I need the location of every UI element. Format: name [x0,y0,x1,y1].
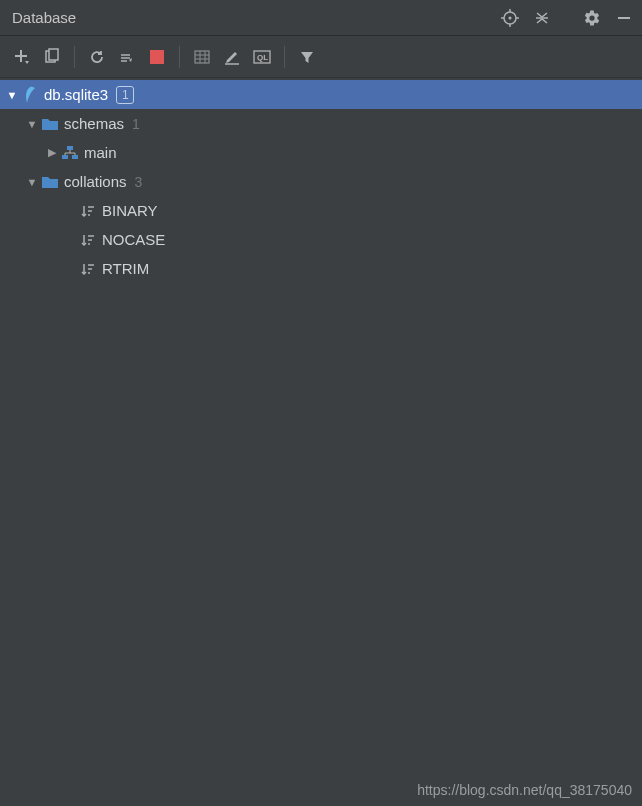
tree-node-schema-main[interactable]: main [0,138,642,167]
sqlite-icon [20,86,40,104]
sync-icon[interactable] [113,43,141,71]
chevron-down-icon[interactable] [4,89,20,101]
watermark: https://blog.csdn.net/qq_38175040 [417,782,632,798]
settings-icon[interactable] [580,6,604,30]
toolbar-separator [179,46,180,68]
chevron-down-icon[interactable] [24,118,40,130]
node-label: collations [64,173,127,190]
panel-title: Database [12,9,76,26]
node-label: main [84,144,117,161]
sort-icon [78,260,98,278]
duplicate-icon[interactable] [38,43,66,71]
svg-rect-7 [618,17,630,19]
node-count: 1 [132,116,140,132]
tree-node-schemas[interactable]: schemas 1 [0,109,642,138]
sort-icon [78,231,98,249]
hide-icon[interactable] [612,6,636,30]
header-actions [498,6,636,30]
chevron-right-icon[interactable] [44,146,60,159]
console-icon[interactable]: QL [248,43,276,71]
sort-icon [78,202,98,220]
node-label: db.sqlite3 [44,86,108,103]
edit-icon[interactable] [218,43,246,71]
tree-node-collation[interactable]: BINARY [0,196,642,225]
folder-icon [40,173,60,191]
collapse-icon[interactable] [530,6,554,30]
svg-rect-12 [195,51,209,63]
toolbar-separator [284,46,285,68]
svg-rect-21 [62,155,68,159]
tree-node-collation[interactable]: RTRIM [0,254,642,283]
refresh-icon[interactable] [83,43,111,71]
svg-rect-20 [67,146,73,150]
node-count: 3 [135,174,143,190]
svg-point-1 [509,16,512,19]
chevron-down-icon[interactable] [24,176,40,188]
svg-rect-11 [49,49,58,60]
stop-icon[interactable] [143,43,171,71]
svg-text:QL: QL [257,53,268,62]
tree-node-collation[interactable]: NOCASE [0,225,642,254]
toolbar-separator [74,46,75,68]
toolbar: QL [0,36,642,78]
panel-header: Database [0,0,642,36]
database-tree: db.sqlite3 1 schemas 1 main collations 3… [0,78,642,283]
schema-icon [60,144,80,162]
add-icon[interactable] [8,43,36,71]
target-icon[interactable] [498,6,522,30]
tree-node-datasource[interactable]: db.sqlite3 1 [0,80,642,109]
node-label: BINARY [102,202,158,219]
node-label: NOCASE [102,231,165,248]
folder-icon [40,115,60,133]
node-label: schemas [64,115,124,132]
tree-node-collations[interactable]: collations 3 [0,167,642,196]
table-icon[interactable] [188,43,216,71]
count-badge: 1 [116,86,134,104]
filter-icon[interactable] [293,43,321,71]
svg-rect-22 [72,155,78,159]
node-label: RTRIM [102,260,149,277]
